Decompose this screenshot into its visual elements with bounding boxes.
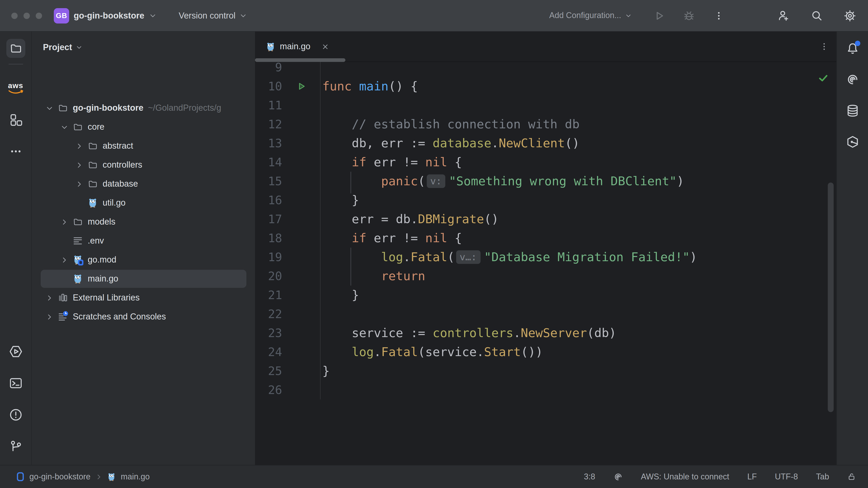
window-maximize-button[interactable] bbox=[36, 12, 42, 19]
notifications-button[interactable] bbox=[843, 39, 862, 58]
tree-item-external-libraries[interactable]: External Libraries bbox=[32, 288, 255, 307]
editor-vertical-scrollbar-thumb[interactable] bbox=[828, 183, 834, 412]
editor-horizontal-scrollbar-thumb[interactable] bbox=[255, 58, 345, 62]
database-toolwindow-button[interactable] bbox=[843, 101, 862, 120]
project-widget[interactable]: GB go-gin-bookstore bbox=[54, 8, 157, 23]
code-line-25[interactable]: 25} bbox=[255, 361, 836, 381]
terminal-toolwindow-button[interactable] bbox=[6, 374, 25, 393]
chevron-right-icon[interactable] bbox=[59, 255, 69, 265]
more-actions-icon[interactable] bbox=[712, 8, 726, 23]
ai-swirl-icon[interactable] bbox=[613, 472, 623, 482]
code-line-10[interactable]: 10func main() { bbox=[255, 77, 836, 96]
chevron-right-icon[interactable] bbox=[44, 293, 54, 303]
code-line-21[interactable]: 21 } bbox=[255, 286, 836, 304]
tree-item-scratches-and-consoles[interactable]: Scratches and Consoles bbox=[32, 307, 255, 326]
code-line-9[interactable]: 9 bbox=[255, 62, 836, 77]
code-line-16[interactable]: 16 } bbox=[255, 191, 836, 210]
tree-item-database[interactable]: database bbox=[32, 174, 255, 193]
line-number[interactable]: 17 bbox=[255, 213, 282, 226]
line-number[interactable]: 16 bbox=[255, 193, 282, 207]
parameter-hint-inlay[interactable]: v: bbox=[427, 174, 445, 188]
window-controls[interactable] bbox=[0, 12, 54, 19]
line-number[interactable]: 23 bbox=[255, 326, 282, 340]
settings-gear-icon[interactable] bbox=[843, 8, 857, 23]
line-number[interactable]: 12 bbox=[255, 118, 282, 131]
code-line-13[interactable]: 13 db, err := database.NewClient() bbox=[255, 134, 836, 153]
code-line-18[interactable]: 18 if err != nil { bbox=[255, 229, 836, 248]
aws-connection-status[interactable]: AWS: Unable to connect bbox=[641, 472, 729, 482]
code-line-15[interactable]: 15 panic(v:"Something wrong with DBClien… bbox=[255, 172, 836, 191]
project-view-dropdown[interactable]: Project bbox=[32, 32, 255, 63]
tree-item-models[interactable]: models bbox=[32, 213, 255, 231]
line-number[interactable]: 25 bbox=[255, 364, 282, 378]
line-number[interactable]: 9 bbox=[255, 62, 282, 74]
code-line-12[interactable]: 12 // establish connection with db bbox=[255, 115, 836, 134]
chevron-right-icon[interactable] bbox=[74, 141, 84, 151]
run-configuration-dropdown[interactable]: Add Configuration... bbox=[549, 11, 632, 20]
chevron-right-icon[interactable] bbox=[74, 160, 84, 170]
git-branch-icon-button[interactable] bbox=[6, 437, 25, 456]
services-toolwindow-button[interactable] bbox=[6, 342, 25, 361]
debug-bug-icon[interactable] bbox=[682, 8, 696, 23]
tab-options-icon[interactable] bbox=[819, 32, 829, 61]
tree-item-go-mod[interactable]: go.mod bbox=[32, 250, 255, 269]
chevron-down-icon[interactable] bbox=[59, 122, 69, 132]
tree-item-abstract[interactable]: abstract bbox=[32, 136, 255, 156]
tab-main-go[interactable]: main.go bbox=[255, 32, 329, 61]
line-number[interactable]: 24 bbox=[255, 345, 282, 359]
window-close-button[interactable] bbox=[11, 12, 18, 19]
line-number[interactable]: 26 bbox=[255, 383, 282, 397]
line-number[interactable]: 18 bbox=[255, 231, 282, 245]
chevron-right-icon[interactable] bbox=[59, 217, 69, 227]
code-line-23[interactable]: 23 service := controllers.NewServer(db) bbox=[255, 324, 836, 343]
ai-assistant-button[interactable] bbox=[843, 70, 862, 89]
indent-widget[interactable]: Tab bbox=[816, 472, 829, 482]
line-number[interactable]: 20 bbox=[255, 269, 282, 283]
chevron-right-icon[interactable] bbox=[74, 179, 84, 189]
line-number[interactable]: 15 bbox=[255, 174, 282, 188]
code-line-14[interactable]: 14 if err != nil { bbox=[255, 153, 836, 172]
line-number[interactable]: 19 bbox=[255, 250, 282, 264]
line-number[interactable]: 14 bbox=[255, 156, 282, 169]
breadcrumb-file[interactable]: main.go bbox=[121, 472, 150, 482]
code-viewport[interactable]: 910func main() {1112 // establish connec… bbox=[255, 62, 836, 465]
search-icon[interactable] bbox=[809, 8, 824, 23]
line-number[interactable]: 22 bbox=[255, 307, 282, 321]
line-number[interactable]: 13 bbox=[255, 136, 282, 150]
vcs-widget[interactable]: Version control bbox=[179, 11, 247, 21]
project-toolwindow-button[interactable] bbox=[6, 39, 25, 58]
code-line-19[interactable]: 19 log.Fatal(v…:"Database Migration Fail… bbox=[255, 248, 836, 267]
line-number[interactable]: 10 bbox=[255, 79, 282, 93]
code-line-22[interactable]: 22 bbox=[255, 304, 836, 324]
caret-position-widget[interactable]: 3:8 bbox=[584, 472, 595, 482]
lock-open-icon[interactable] bbox=[847, 472, 856, 481]
aws-toolkit-button[interactable]: aws bbox=[6, 78, 25, 98]
dependencies-toolwindow-button[interactable] bbox=[843, 132, 862, 151]
run-main-gutter-icon[interactable] bbox=[282, 77, 320, 96]
line-number[interactable]: 21 bbox=[255, 288, 282, 302]
code-line-11[interactable]: 11 bbox=[255, 96, 836, 115]
tree-item-util-go[interactable]: util.go bbox=[32, 193, 255, 213]
add-user-icon[interactable] bbox=[776, 8, 790, 23]
tree-item--env[interactable]: .env bbox=[32, 231, 255, 250]
structure-toolwindow-button[interactable] bbox=[6, 110, 25, 129]
tree-item-controllers[interactable]: controllers bbox=[32, 156, 255, 174]
chevron-right-icon[interactable] bbox=[44, 312, 54, 322]
more-toolwindows-button[interactable] bbox=[6, 142, 25, 161]
chevron-down-icon[interactable] bbox=[44, 103, 54, 113]
code-line-26[interactable]: 26 bbox=[255, 381, 836, 399]
parameter-hint-inlay[interactable]: v…: bbox=[456, 250, 480, 264]
tree-item-main-go[interactable]: main.go bbox=[32, 269, 255, 288]
encoding-widget[interactable]: UTF-8 bbox=[775, 472, 798, 482]
run-icon[interactable] bbox=[652, 8, 666, 23]
code-line-24[interactable]: 24 log.Fatal(service.Start()) bbox=[255, 343, 836, 361]
window-minimize-button[interactable] bbox=[24, 12, 30, 19]
breadcrumb-project[interactable]: go-gin-bookstore bbox=[29, 472, 90, 482]
code-line-20[interactable]: 20 return bbox=[255, 267, 836, 286]
code-line-17[interactable]: 17 err = db.DBMigrate() bbox=[255, 210, 836, 229]
tree-item-core[interactable]: core bbox=[32, 118, 255, 136]
line-number[interactable]: 11 bbox=[255, 98, 282, 112]
problems-toolwindow-button[interactable] bbox=[6, 405, 25, 424]
tree-item-go-gin-bookstore[interactable]: go-gin-bookstore~/GolandProjects/g bbox=[32, 98, 255, 118]
close-icon[interactable] bbox=[321, 43, 329, 51]
